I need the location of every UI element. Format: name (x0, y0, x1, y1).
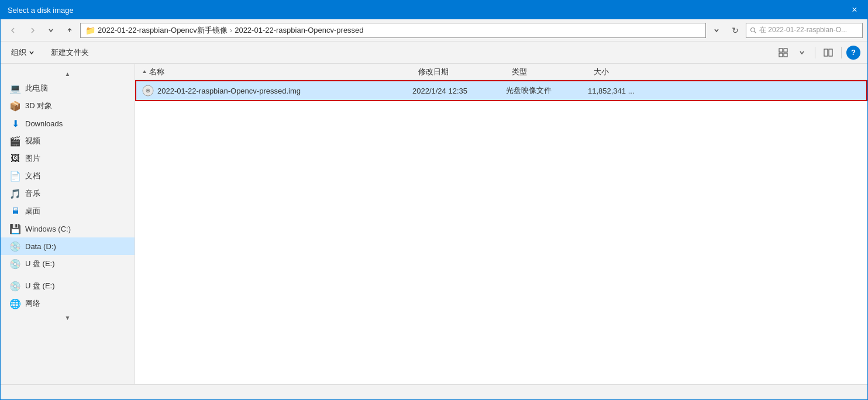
refresh-button[interactable]: ↻ (727, 22, 743, 39)
sidebar-label-desktop: 桌面 (25, 206, 40, 216)
file-disk-icon (141, 84, 155, 98)
toolbar-divider (815, 47, 815, 58)
scroll-up-indicator: ▲ (1, 68, 135, 80)
search-placeholder: 在 2022-01-22-raspbian-O... (759, 25, 847, 35)
sidebar-item-3d-objects[interactable]: 📦 3D 对象 (1, 97, 135, 115)
toolbar-divider-2 (841, 47, 842, 58)
forward-button[interactable] (24, 22, 40, 39)
sidebar-item-downloads[interactable]: ⬇ Downloads (1, 115, 135, 132)
status-bar (1, 384, 867, 399)
file-name: 2022-01-22-raspbian-Opencv-pressed.img (157, 87, 412, 95)
sidebar-label-downloads: Downloads (25, 119, 63, 128)
new-folder-button[interactable]: 新建文件夹 (47, 45, 92, 60)
col-header-size[interactable]: 大小 (594, 67, 867, 77)
sidebar-label-3d-objects: 3D 对象 (25, 101, 52, 111)
title-bar: Select a disk image × (1, 1, 867, 19)
network-icon: 🌐 (10, 298, 20, 309)
sidebar-item-documents[interactable]: 📄 文档 (1, 167, 135, 185)
sidebar-item-data-d[interactable]: 💿 Data (D:) (1, 237, 135, 255)
svg-rect-2 (779, 49, 783, 52)
windows-c-icon: 💾 (10, 223, 20, 234)
address-bar: 📁 2022-01-22-raspbian-Opencv新手镜像 › 2022-… (1, 19, 867, 42)
sidebar-item-usb-e2[interactable]: 💿 U 盘 (E:) (1, 277, 135, 295)
sidebar-item-usb-e1[interactable]: 💿 U 盘 (E:) (1, 255, 135, 273)
sidebar-label-data-d: Data (D:) (25, 242, 56, 251)
close-button[interactable]: × (846, 2, 863, 18)
path-part-1: 2022-01-22-raspbian-Opencv新手镜像 (98, 25, 228, 36)
sidebar-label-network: 网络 (25, 298, 40, 309)
sidebar-item-network[interactable]: 🌐 网络 (1, 295, 135, 312)
col-name-label: 名称 (149, 67, 164, 77)
sidebar-item-videos[interactable]: 🎬 视频 (1, 132, 135, 150)
usb-e2-icon: 💿 (10, 281, 20, 291)
data-d-icon: 💿 (10, 241, 20, 251)
col-header-type[interactable]: 类型 (512, 67, 594, 77)
scroll-down-indicator: ▼ (1, 312, 135, 323)
svg-rect-4 (779, 53, 783, 57)
svg-rect-6 (824, 49, 828, 56)
this-pc-icon: 💻 (10, 83, 20, 94)
sidebar-item-desktop[interactable]: 🖥 桌面 (1, 202, 135, 220)
documents-icon: 📄 (10, 171, 20, 181)
path-separator: › (230, 26, 232, 35)
col-header-date[interactable]: 修改日期 (418, 67, 512, 77)
details-pane-button[interactable] (820, 44, 836, 61)
svg-point-0 (751, 27, 755, 32)
downloads-icon: ⬇ (10, 118, 20, 129)
col-size-label: 大小 (594, 67, 609, 76)
sidebar-label-pictures: 图片 (25, 153, 40, 164)
file-area: 名称 修改日期 类型 大小 (135, 64, 867, 384)
folder-icon: 📁 (85, 26, 95, 35)
svg-rect-7 (829, 49, 832, 56)
sidebar-label-music: 音乐 (25, 188, 40, 199)
usb-e1-icon: 💿 (10, 258, 20, 269)
videos-icon: 🎬 (10, 136, 20, 146)
col-type-label: 类型 (512, 67, 527, 76)
file-type: 光盘映像文件 (506, 85, 588, 96)
col-date-label: 修改日期 (418, 67, 449, 76)
svg-rect-5 (784, 53, 787, 57)
desktop-icon: 🖥 (10, 206, 20, 216)
svg-rect-3 (784, 49, 787, 52)
sidebar-item-this-pc[interactable]: 💻 此电脑 (1, 80, 135, 97)
sidebar-item-pictures[interactable]: 🖼 图片 (1, 150, 135, 167)
up-button[interactable] (61, 22, 78, 39)
address-path[interactable]: 📁 2022-01-22-raspbian-Opencv新手镜像 › 2022-… (80, 23, 706, 38)
new-folder-label: 新建文件夹 (51, 47, 89, 58)
dropdown-nav-button[interactable] (43, 22, 59, 39)
file-size: 11,852,341 ... (588, 87, 866, 95)
sidebar-label-usb-e1: U 盘 (E:) (25, 258, 55, 269)
organize-label: 组织 (11, 47, 26, 58)
sidebar-item-windows-c[interactable]: 💾 Windows (C:) (1, 220, 135, 237)
help-label: ? (851, 48, 856, 57)
file-date: 2022/1/24 12:35 (412, 87, 506, 95)
svg-point-10 (147, 90, 149, 91)
table-row[interactable]: 2022-01-22-raspbian-Opencv-pressed.img 2… (135, 80, 867, 101)
organize-button[interactable]: 组织 (8, 45, 38, 60)
sidebar-item-music[interactable]: 🎵 音乐 (1, 185, 135, 202)
sidebar-label-windows-c: Windows (C:) (25, 225, 71, 233)
view-dropdown-button[interactable] (794, 44, 810, 61)
back-button[interactable] (5, 22, 22, 39)
toolbar: 组织 新建文件夹 ? (1, 42, 867, 64)
3d-objects-icon: 📦 (10, 101, 20, 111)
sort-arrow-area (140, 69, 149, 75)
svg-line-1 (755, 31, 756, 33)
music-icon: 🎵 (10, 188, 20, 199)
col-header-name[interactable]: 名称 (149, 67, 418, 77)
sidebar-separator (1, 273, 135, 277)
dialog-title: Select a disk image (8, 6, 74, 15)
help-button[interactable]: ? (846, 46, 860, 60)
main-area: ▲ 💻 此电脑 📦 3D 对象 ⬇ Downloads 🎬 视频 🖼 图片 (1, 64, 867, 384)
search-box[interactable]: 在 2022-01-22-raspbian-O... (746, 23, 863, 38)
toolbar-right: ? (775, 44, 860, 61)
sidebar: ▲ 💻 此电脑 📦 3D 对象 ⬇ Downloads 🎬 视频 🖼 图片 (1, 64, 135, 384)
sidebar-label-this-pc: 此电脑 (25, 83, 48, 94)
dialog-window: Select a disk image × 📁 2022-01-22-raspb… (0, 0, 868, 400)
column-header: 名称 修改日期 类型 大小 (135, 64, 867, 80)
sidebar-label-usb-e2: U 盘 (E:) (25, 281, 55, 291)
sidebar-label-documents: 文档 (25, 171, 40, 181)
view-grid-button[interactable] (775, 44, 791, 61)
pictures-icon: 🖼 (10, 153, 20, 164)
path-dropdown-button[interactable] (708, 22, 725, 39)
